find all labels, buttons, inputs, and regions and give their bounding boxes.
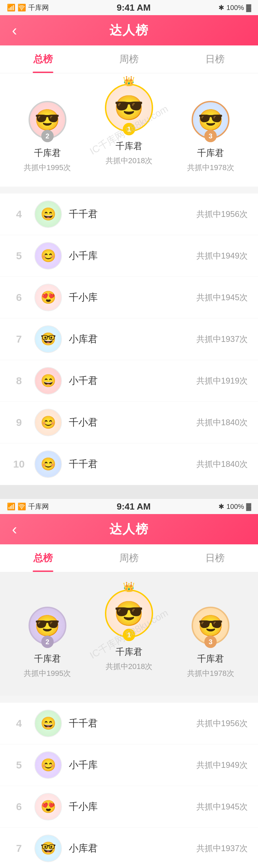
list-item-4-1: 4 😄 千千君 共抓中1956次 [0,194,258,235]
name-6-1: 千小库 [69,291,196,304]
name-10-1: 千千君 [69,458,196,471]
avatar-face-rank1-1: 😎 [114,94,144,122]
header-1: ‹ 达人榜 [0,15,258,45]
name-5-2: 小千库 [69,759,196,772]
screen-1: 📶 🛜 千库网 9:41 AM ✱ 100% ▓ ‹ 达人榜 总榜 周榜 日榜 [0,0,258,485]
back-button-2[interactable]: ‹ [7,522,22,537]
name-7-1: 小库君 [69,333,196,346]
status-bar-1: 📶 🛜 千库网 9:41 AM ✱ 100% ▓ [0,0,258,15]
avatar-6-2: 😍 [34,793,62,820]
tab-zhoubang-1[interactable]: 周榜 [86,45,172,73]
avatar-wrapper-rank2-1: 😎 2 [29,101,66,139]
username-rank3-2: 千库君 [197,653,224,665]
score-4-2: 共抓中1956次 [196,718,248,729]
avatar-4-1: 😄 [34,200,62,228]
score-9-1: 共抓中1840次 [196,417,248,428]
battery-label-2: 100% [226,503,244,511]
list-section-2: 4 😄 千千君 共抓中1956次 5 😊 小千库 共抓中1949次 6 😍 千小… [0,703,258,868]
rank-num-6-2: 6 [10,801,28,813]
crown-icon-1: 👑 [123,75,135,87]
avatar-5-2: 😊 [34,751,62,779]
name-7-2: 小库君 [69,842,196,855]
rank-badge-3-1: 3 [204,130,217,142]
rank-badge-1-2: 1 [123,629,135,641]
battery-area: ✱ 100% ▓ [218,3,251,12]
list-item-10-1: 10 😊 千千君 共抓中1840次 [0,443,258,485]
rank-num-5-1: 5 [10,250,28,262]
avatar-8-1: 😄 [34,367,62,395]
name-9-1: 千小君 [69,416,196,429]
avatar-wrapper-rank1-1: 👑 😎 1 [105,84,153,132]
signal-bars-icon-2: 📶 [7,502,15,511]
battery-label: 100% [226,4,244,12]
back-icon-2: ‹ [12,521,17,538]
avatar-face-rank1-2: 😎 [114,599,144,628]
tab-bar-2: 总榜 周榜 日榜 [0,544,258,572]
page-title-1: 达人榜 [109,22,149,39]
wifi-icon: 🛜 [18,3,26,12]
avatar-10-1: 😊 [34,450,62,478]
score-rank3-2: 共抓中1978次 [187,668,234,679]
score-5-1: 共抓中1949次 [196,250,248,261]
avatar-face-rank3-1: 😎 [198,108,224,132]
list-item-5-1: 5 😊 小千库 共抓中1949次 [0,235,258,277]
list-item-5-2: 5 😊 小千库 共抓中1949次 [0,744,258,786]
rank-num-4-1: 4 [10,208,28,220]
avatar-9-1: 😊 [34,409,62,436]
battery-area-2: ✱ 100% ▓ [218,502,251,511]
top-user-rank3-2: 😎 3 千库君 共抓中1978次 [187,607,234,679]
tab-ribang-1[interactable]: 日榜 [172,45,258,73]
avatar-7-1: 🤓 [34,325,62,353]
tab-ribang-2[interactable]: 日榜 [172,544,258,572]
name-8-1: 小千君 [69,374,196,387]
tab-zonbang-1[interactable]: 总榜 [0,45,86,73]
status-bar-2: 📶 🛜 千库网 9:41 AM ✱ 100% ▓ [0,499,258,514]
score-rank1-1: 共抓中2018次 [106,156,153,166]
tab-zhoubang-2[interactable]: 周榜 [86,544,172,572]
avatar-7-2: 🤓 [34,835,62,862]
score-rank1-2: 共抓中2018次 [106,661,153,672]
rank-badge-2-2: 2 [41,636,54,648]
avatar-wrapper-rank3-1: 😎 3 [192,101,229,139]
header-2: ‹ 达人榜 [0,514,258,544]
carrier-label: 千库网 [28,3,49,12]
signal-area: 📶 🛜 千库网 [7,3,49,12]
score-5-2: 共抓中1949次 [196,760,248,771]
list-item-6-2: 6 😍 千小库 共抓中1945次 [0,786,258,828]
rank-num-4-2: 4 [10,718,28,729]
back-button-1[interactable]: ‹ [7,23,22,38]
username-rank2-2: 千库君 [34,653,61,665]
list-item-8-1: 8 😄 小千君 共抓中1919次 [0,360,258,402]
bluetooth-icon: ✱ [218,3,224,12]
rank-num-10-1: 10 [10,458,28,470]
avatar-6-1: 😍 [34,284,62,311]
time-display-2: 9:41 AM [117,501,151,512]
top-user-rank1-1: 👑 😎 1 千库君 共抓中2018次 [105,84,153,166]
top-user-rank2-2: 😎 2 千库君 共抓中1995次 [24,607,71,679]
rank-badge-2-1: 2 [41,130,54,142]
score-rank2-1: 共抓中1995次 [24,163,71,173]
rank-num-9-1: 9 [10,417,28,428]
score-7-1: 共抓中1937次 [196,334,248,345]
list-item-6-1: 6 😍 千小库 共抓中1945次 [0,277,258,318]
wifi-icon-2: 🛜 [18,502,26,511]
score-10-1: 共抓中1840次 [196,459,248,470]
battery-icon-2: ▓ [246,503,251,511]
tab-zonbang-2[interactable]: 总榜 [0,544,86,572]
avatar-face-rank2-2: 😎 [34,614,60,638]
time-display: 9:41 AM [117,2,151,13]
carrier-label-2: 千库网 [28,502,49,511]
score-7-2: 共抓中1937次 [196,843,248,854]
rank-num-7-1: 7 [10,333,28,345]
top-user-rank3-1: 😎 3 千库君 共抓中1978次 [187,101,234,173]
avatar-wrapper-rank3-2: 😎 3 [192,607,229,645]
crown-icon-2: 👑 [123,581,135,593]
top-user-rank1-2: 👑 😎 1 千库君 共抓中2018次 [105,589,153,672]
list-item-7-1: 7 🤓 小库君 共抓中1937次 [0,318,258,360]
signal-area-2: 📶 🛜 千库网 [7,502,49,511]
avatar-face-rank3-2: 😎 [198,614,224,638]
screen-divider [0,485,258,499]
back-icon-1: ‹ [12,22,17,39]
name-5-1: 小千库 [69,249,196,262]
rank-badge-3-2: 3 [204,636,217,648]
